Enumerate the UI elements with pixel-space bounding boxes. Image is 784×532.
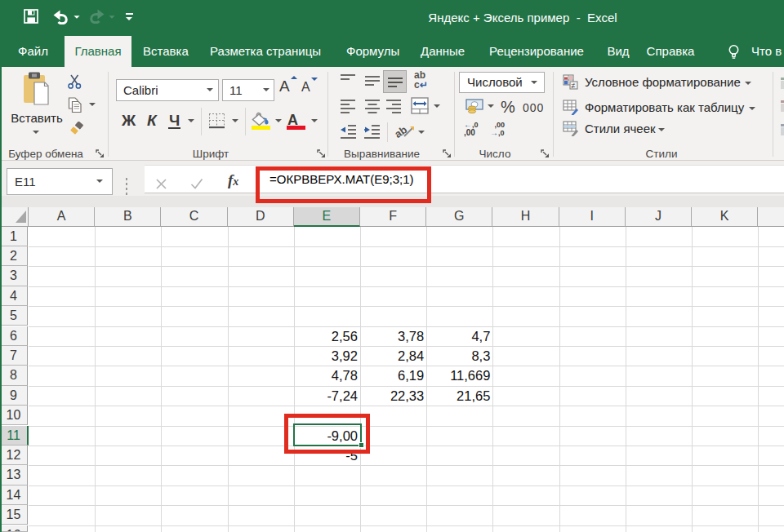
svg-text:≠: ≠ bbox=[572, 82, 576, 90]
